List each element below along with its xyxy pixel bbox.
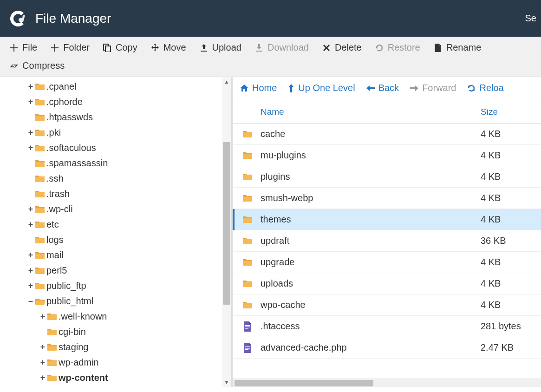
tree-expander[interactable]: + (39, 355, 46, 370)
nav-reload-button[interactable]: Reloa (467, 83, 503, 93)
delete-button[interactable]: Delete (315, 39, 368, 57)
folder-icon (35, 221, 45, 229)
tree-expander[interactable]: + (27, 125, 34, 140)
folder-icon (243, 280, 252, 287)
folder-icon (243, 259, 252, 266)
tree-item[interactable]: .trash (4, 186, 228, 202)
tree-item[interactable]: cgi-bin (4, 324, 228, 340)
file-row[interactable]: smush-webp4 KB (233, 188, 541, 209)
file-row[interactable]: mu-plugins4 KB (233, 145, 541, 166)
copy-button[interactable]: Copy (96, 39, 144, 57)
tree-expander[interactable]: + (27, 278, 34, 294)
tree-item[interactable]: +.cpanel (4, 79, 228, 94)
tree-item[interactable]: +staging (4, 340, 228, 355)
folder-icon (35, 160, 45, 167)
upload-button[interactable]: Upload (193, 39, 248, 57)
file-row[interactable]: wpo-cache4 KB (233, 294, 541, 316)
tree-expander[interactable]: + (27, 140, 34, 156)
tree-item[interactable]: logs (4, 232, 228, 248)
svg-rect-1 (105, 46, 111, 52)
tree-item-label: .htpasswds (46, 110, 93, 125)
tree-item-label: cgi-bin (59, 324, 86, 340)
home-icon (240, 84, 248, 92)
scroll-down-arrow[interactable]: ▼ (222, 378, 231, 387)
tree-expander[interactable] (27, 186, 34, 202)
file-row[interactable]: plugins4 KB (233, 166, 541, 188)
file-name: cache (261, 129, 481, 139)
scroll-up-arrow[interactable]: ▲ (222, 77, 231, 86)
tree-item[interactable]: +.wp-cli (4, 202, 228, 217)
tree-expander[interactable]: + (27, 248, 34, 263)
tree-item[interactable]: +.cphorde (4, 94, 228, 110)
file-size: 4 KB (481, 257, 541, 268)
tree-item[interactable]: +mail (4, 248, 228, 263)
move-button[interactable]: Move (144, 39, 193, 57)
new-folder-button[interactable]: Folder (44, 39, 96, 57)
folder-icon (243, 173, 252, 181)
tree-item[interactable]: +wp-content (4, 370, 228, 385)
file-icon (433, 43, 443, 52)
tree-item[interactable]: .ssh (4, 171, 228, 186)
nav-back-button[interactable]: Back (366, 83, 399, 93)
rename-button[interactable]: Rename (427, 39, 488, 57)
file-row[interactable]: .htaccess281 bytes (233, 316, 541, 337)
tree-item-label: etc (46, 217, 59, 232)
tree-expander[interactable] (27, 171, 34, 186)
tree-item[interactable]: +wp-admin (4, 355, 228, 370)
tree-expander[interactable]: + (27, 202, 34, 217)
tree-item[interactable]: +perl5 (4, 263, 228, 278)
folder-icon (243, 237, 252, 245)
file-row[interactable]: themes4 KB (233, 209, 541, 230)
file-name: themes (261, 214, 481, 225)
file-row[interactable]: advanced-cache.php2.47 KB (233, 337, 541, 359)
tree-expander[interactable]: – (27, 294, 34, 309)
tree-expander[interactable] (27, 232, 34, 248)
new-file-button[interactable]: File (3, 39, 44, 57)
nav-home-button[interactable]: Home (240, 83, 277, 93)
tree-item[interactable]: +.pki (4, 125, 228, 140)
file-row[interactable]: uploads4 KB (233, 273, 541, 294)
tree-expander[interactable]: + (27, 94, 34, 110)
download-button[interactable]: Download (248, 39, 315, 57)
tree-expander[interactable] (39, 324, 46, 340)
tree-item[interactable]: +public_ftp (4, 278, 228, 294)
file-horizontal-scrollbar[interactable] (233, 379, 541, 387)
search-fragment[interactable]: Se (525, 13, 536, 24)
column-header-name[interactable]: Name (259, 107, 481, 117)
upload-icon (199, 43, 209, 52)
tree-item-label: .softaculous (46, 140, 96, 156)
tree-expander[interactable]: + (39, 370, 46, 385)
tree-item[interactable]: .spamassassin (4, 156, 228, 171)
nav-up-button[interactable]: Up One Level (288, 83, 355, 93)
tree-item[interactable]: +.softaculous (4, 140, 228, 156)
tree-item[interactable]: .htpasswds (4, 110, 228, 125)
tree-item[interactable]: +.well-known (4, 309, 228, 324)
folder-icon (35, 175, 45, 183)
tree-expander[interactable]: + (27, 79, 34, 94)
plus-icon (9, 43, 19, 52)
nav-forward-button[interactable]: Forward (410, 83, 456, 93)
tree-item-label: public_html (46, 294, 93, 309)
column-header-size[interactable]: Size (481, 107, 541, 117)
tree-expander[interactable] (27, 156, 34, 171)
restore-button[interactable]: Restore (368, 39, 427, 57)
file-row[interactable]: upgrade4 KB (233, 252, 541, 273)
tree-scrollbar[interactable]: ▲ ▼ (222, 77, 231, 387)
tree-item-label: .spamassassin (46, 156, 108, 171)
tree-expander[interactable]: + (27, 217, 34, 232)
tree-expander[interactable] (27, 110, 34, 125)
tree-item-label: staging (59, 340, 89, 355)
file-table-header: Name Size (233, 100, 541, 124)
file-table: Name Size cache4 KBmu-plugins4 KBplugins… (233, 100, 541, 379)
file-row[interactable]: updraft36 KB (233, 230, 541, 252)
tree-expander[interactable]: + (39, 309, 46, 324)
file-row[interactable]: cache4 KB (233, 124, 541, 145)
tree-item[interactable]: –public_html (4, 294, 228, 309)
compress-button[interactable]: Compress (3, 57, 71, 75)
tree-expander[interactable]: + (39, 340, 46, 355)
tree-item[interactable]: +etc (4, 217, 228, 232)
scroll-thumb[interactable] (223, 142, 230, 305)
tree-expander[interactable]: + (27, 263, 34, 278)
hscroll-thumb[interactable] (235, 380, 373, 386)
folder-tree[interactable]: +.cpanel+.cphorde .htpasswds+.pki+.softa… (0, 77, 231, 387)
